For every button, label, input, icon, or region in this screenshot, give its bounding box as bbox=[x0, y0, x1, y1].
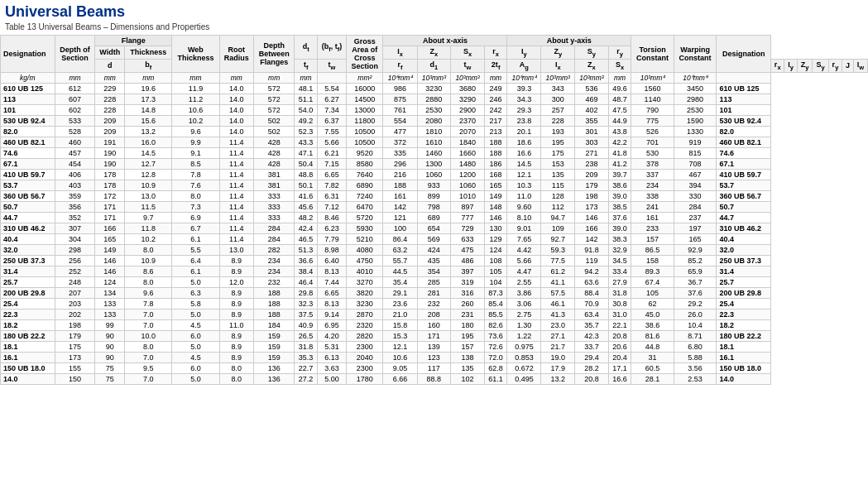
col-Ix2: Ix bbox=[541, 59, 575, 72]
col-ry2: ry bbox=[828, 59, 842, 72]
col-r: rf bbox=[383, 59, 417, 72]
col-rx2: rx bbox=[770, 59, 784, 72]
unit-r: mm bbox=[219, 72, 253, 83]
table-row: 16.1173907.04.58.915935.36.13204010.6123… bbox=[1, 352, 868, 362]
unit-bf: mm bbox=[95, 72, 125, 83]
col-Zy: Zy bbox=[541, 46, 575, 60]
unit-Zx: 10³mm³ bbox=[417, 72, 451, 83]
table-row: 11360722817.311.214.057251.16.2714500875… bbox=[1, 94, 868, 104]
col-Iw: Iw bbox=[853, 59, 867, 72]
col-torsion: TorsionConstant bbox=[631, 36, 674, 73]
unit-d1: mm bbox=[254, 72, 295, 83]
table-row: 40.430416510.26.111.428446.57.79521086.4… bbox=[1, 233, 868, 244]
page-title: Universal Beams bbox=[0, 0, 868, 22]
col-J: J bbox=[842, 59, 853, 72]
col-area2: Ag bbox=[507, 59, 541, 72]
table-row: 74.645719014.59.111.442847.16.2195203351… bbox=[1, 147, 868, 158]
unit-Ix: 10⁶mm⁴ bbox=[383, 72, 417, 83]
col-warping: WarpingConstant bbox=[674, 36, 717, 73]
table-row: 610 UB 12561222919.611.914.057248.15.541… bbox=[1, 83, 868, 94]
col-thickness: Thickness bbox=[125, 46, 172, 60]
table-row: 25.42031337.85.88.918832.38.13323023.623… bbox=[1, 298, 868, 309]
col-Sy2: Sy bbox=[813, 59, 828, 72]
col-Sy: Sy bbox=[575, 46, 609, 60]
col-depth: Depth ofSection bbox=[55, 36, 95, 73]
table-row: 25.72481248.05.012.023246.47.44327035.42… bbox=[1, 276, 868, 287]
table-row: 200 UB 29.82071349.66.38.918829.86.65382… bbox=[1, 287, 868, 298]
table-row: 460 UB 82.146019116.09.911.442843.35.661… bbox=[1, 137, 868, 147]
col-bftf: (bf, tf) bbox=[317, 36, 346, 60]
col-flange: Flange bbox=[95, 36, 172, 46]
col-web: WebThickness bbox=[172, 36, 219, 73]
col-area: GrossArea ofCrossSection bbox=[347, 36, 383, 73]
unit-Sy: 10³mm³ bbox=[575, 72, 609, 83]
table-row: 18.2198997.04.511.018440.96.95232015.816… bbox=[1, 319, 868, 330]
col-root: RootRadius bbox=[219, 36, 253, 73]
table-row: 180 UB 22.21799010.06.08.915926.54.20282… bbox=[1, 330, 868, 341]
col-Iy: Iy bbox=[507, 46, 541, 60]
col-Sx2: Sx bbox=[608, 59, 631, 72]
unit-ry: mm bbox=[608, 72, 631, 83]
col-Zx: Zx bbox=[417, 46, 451, 60]
unit-Sx: 10³mm³ bbox=[451, 72, 485, 83]
col-d: d bbox=[95, 59, 125, 72]
col-tw: tw bbox=[317, 59, 346, 72]
table-row: 18.1175908.05.08.915931.85.31230012.1139… bbox=[1, 341, 868, 352]
table-row: 530 UB 92.453320915.610.214.050249.26.37… bbox=[1, 115, 868, 126]
col-tf: tf bbox=[295, 59, 318, 72]
unit-Iy: 10⁶mm⁴ bbox=[507, 72, 541, 83]
unit-desig: kg/m bbox=[1, 72, 55, 83]
table-row: 14.0150757.05.08.013627.25.0017806.6688.… bbox=[1, 373, 868, 384]
table-row: 10160222814.810.614.057254.07.3413000761… bbox=[1, 104, 868, 115]
unit-d: mm bbox=[55, 72, 95, 83]
col-x-axis: About x-axis bbox=[383, 36, 507, 46]
table-subtitle: Table 13 Universal Beams – Dimensions an… bbox=[0, 22, 868, 35]
col-Ix: Ix bbox=[383, 46, 417, 60]
table-row: 50.735617111.57.311.433345.67.1264701427… bbox=[1, 201, 868, 212]
universal-beams-table: Designation Depth ofSection Flange WebTh… bbox=[0, 35, 868, 385]
table-row: 44.73521719.76.911.433348.28.46572012168… bbox=[1, 212, 868, 223]
col-rx: rx bbox=[484, 46, 507, 60]
table-row: 410 UB 59.740617812.87.811.438148.86.657… bbox=[1, 169, 868, 180]
col-Zx2: Zx bbox=[575, 59, 609, 72]
col-Sx: Sx bbox=[451, 46, 485, 60]
col-Iy2: Iy bbox=[784, 59, 797, 72]
table-row: 67.145419012.78.511.442850.47.1585802961… bbox=[1, 158, 868, 169]
unit-tw: mm bbox=[172, 72, 219, 83]
unit-Zy: 10³mm³ bbox=[541, 72, 575, 83]
table-row: 32.02981498.05.513.028251.38.98408063.24… bbox=[1, 244, 868, 255]
unit-rx: mm bbox=[484, 72, 507, 83]
table-row: 22.32021337.05.08.918837.59.14287021.020… bbox=[1, 309, 868, 319]
col-Zy2: Zy bbox=[797, 59, 813, 72]
col-d1: d1 bbox=[417, 59, 451, 72]
unit-J: 10³mm⁴ bbox=[631, 72, 674, 83]
col-bftf2: 2tf bbox=[484, 59, 507, 72]
col-designation2: Designation bbox=[717, 36, 771, 73]
col-bf: bf bbox=[125, 59, 172, 72]
table-row: 31.42521468.66.18.923438.48.13401044.535… bbox=[1, 266, 868, 276]
col-dt: dt bbox=[295, 36, 318, 60]
unit-desig2 bbox=[717, 72, 771, 83]
col-width: Width bbox=[95, 46, 125, 60]
unit-area: mm² bbox=[347, 72, 383, 83]
unit-Iw: 10⁹mm⁶ bbox=[674, 72, 717, 83]
table-row: 250 UB 37.325614610.96.48.923436.66.4047… bbox=[1, 255, 868, 266]
unit-tf: mm bbox=[125, 72, 172, 83]
unit-dt: mm bbox=[295, 72, 318, 83]
table-row: 53.740317810.97.611.438150.17.8268901889… bbox=[1, 180, 868, 190]
unit-bftf bbox=[317, 72, 346, 83]
col-designation: Designation bbox=[1, 36, 55, 73]
col-y-axis: About y-axis bbox=[507, 36, 631, 46]
table-row: 150 UB 18.0155759.56.08.013622.73.632300… bbox=[1, 362, 868, 373]
col-ry: ry bbox=[608, 46, 631, 60]
table-row: 310 UB 46.230716611.86.711.428442.46.235… bbox=[1, 223, 868, 233]
table-row: 360 UB 56.735917213.08.011.433341.66.317… bbox=[1, 190, 868, 201]
table-row: 82.052820913.29.614.050252.37.5510500477… bbox=[1, 126, 868, 137]
col-dt2: tw bbox=[451, 59, 485, 72]
col-depth-between: DepthBetweenFlanges bbox=[254, 36, 295, 73]
